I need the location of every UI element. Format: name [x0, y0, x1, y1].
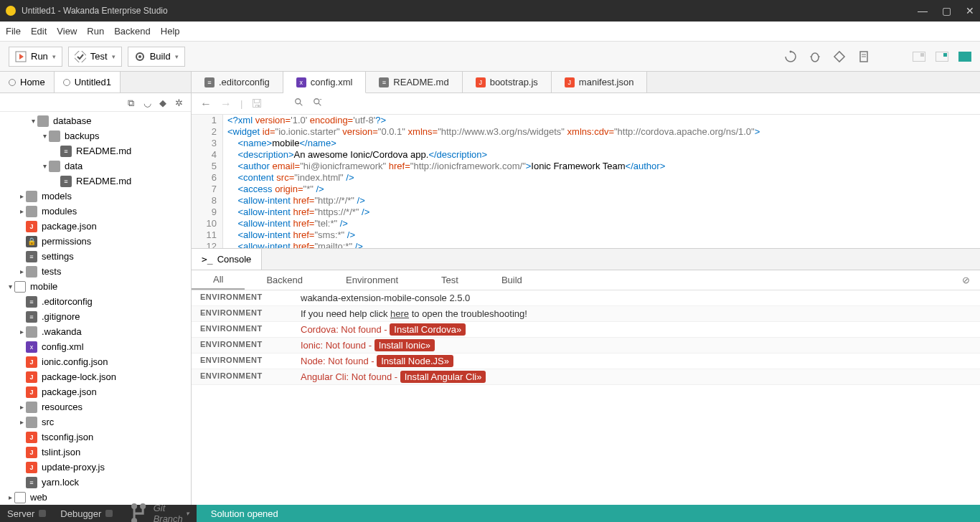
- console-row: ENVIRONMENTwakanda-extension-mobile-cons…: [192, 290, 980, 306]
- tree-item-update-proxy-js[interactable]: Jupdate-proxy.js: [0, 460, 191, 475]
- svg-point-5: [790, 50, 792, 52]
- maximize-button[interactable]: ▢: [942, 5, 951, 16]
- run-button[interactable]: Run ▾: [9, 47, 62, 67]
- close-button[interactable]: ✕: [966, 5, 974, 16]
- forward-icon[interactable]: →: [220, 98, 232, 110]
- tree-item-package-json[interactable]: Jpackage.json: [0, 219, 191, 234]
- svg-point-18: [131, 503, 137, 509]
- build-button[interactable]: Build ▾: [128, 47, 185, 67]
- file-tree[interactable]: ▾database▾backups≡README.md▾data≡README.…: [0, 112, 191, 505]
- tree-item-modules[interactable]: ▸modules: [0, 204, 191, 219]
- console-tab-label: Console: [217, 254, 252, 265]
- editor-tab-bootstrap-js[interactable]: Jbootstrap.js: [463, 72, 552, 92]
- circle-icon: [63, 79, 70, 86]
- menu-edit[interactable]: Edit: [31, 26, 47, 37]
- tree-item-README-md[interactable]: ≡README.md: [0, 143, 191, 158]
- search-replace-icon[interactable]: [313, 98, 323, 110]
- tree-item-README-md[interactable]: ≡README.md: [0, 174, 191, 189]
- install-button[interactable]: Install Angular Cli»: [400, 371, 486, 383]
- tree-item--gitignore[interactable]: ≡.gitignore: [0, 309, 191, 324]
- gear-icon: [134, 51, 146, 62]
- test-button[interactable]: Test ▾: [68, 47, 122, 67]
- run-label: Run: [31, 51, 48, 62]
- tag-icon[interactable]: ◆: [159, 98, 169, 108]
- filter-test[interactable]: Test: [420, 270, 480, 290]
- sidebar: Home Untitled1 ⧉ ◡ ◆ ✲ ▾database▾backups…: [0, 72, 192, 505]
- clear-console-icon[interactable]: ⊘: [952, 270, 980, 290]
- tree-item-permissions[interactable]: 🔒permissions: [0, 234, 191, 249]
- svg-point-20: [141, 503, 146, 509]
- tree-item-backups[interactable]: ▾backups: [0, 128, 191, 143]
- tree-item-data[interactable]: ▾data: [0, 158, 191, 174]
- filter-all[interactable]: All: [192, 270, 245, 290]
- statusbar: Server Debugger Git Branch▾ Solution ope…: [0, 505, 980, 522]
- install-button[interactable]: Install Cordova»: [390, 323, 466, 336]
- tree-item-tests[interactable]: ▸tests: [0, 264, 191, 279]
- editor-tab-manifest-json[interactable]: Jmanifest.json: [552, 72, 648, 92]
- code-editor[interactable]: 1<?xml version='1.0' encoding='utf-8'?>2…: [192, 115, 980, 248]
- editor-tab-README-md[interactable]: ≡README.md: [366, 72, 462, 92]
- console-row: ENVIRONMENTIf you need help click here t…: [192, 306, 980, 322]
- console-row: ENVIRONMENTNode: Not found - Install Nod…: [192, 353, 980, 369]
- reload-icon[interactable]: [783, 49, 798, 64]
- tree-item--editorconfig[interactable]: ≡.editorconfig: [0, 294, 191, 309]
- status-server[interactable]: Server: [0, 508, 53, 519]
- tree-item-src[interactable]: ▸src: [0, 414, 191, 430]
- tree-item-package-lock-json[interactable]: Jpackage-lock.json: [0, 369, 191, 384]
- titlebar: Untitled1 - Wakanda Enterprise Studio — …: [0, 0, 980, 22]
- filter-backend[interactable]: Backend: [245, 270, 324, 290]
- status-git[interactable]: Git Branch▾: [120, 502, 196, 522]
- tree-item-mobile[interactable]: ▾mobile: [0, 279, 191, 294]
- svg-rect-2: [75, 51, 86, 62]
- diamond-icon[interactable]: [832, 49, 847, 64]
- home-tab[interactable]: Home: [0, 72, 55, 92]
- svg-point-4: [138, 55, 141, 58]
- tree-item-database[interactable]: ▾database: [0, 113, 191, 128]
- clipboard-icon[interactable]: [857, 49, 871, 64]
- menu-view[interactable]: View: [57, 26, 77, 37]
- editor-tab-config-xml[interactable]: xconfig.xml: [283, 72, 367, 93]
- build-label: Build: [150, 51, 171, 62]
- status-solution: Solution opened: [197, 505, 980, 522]
- tree-item-tslint-json[interactable]: Jtslint.json: [0, 445, 191, 460]
- person-icon[interactable]: ◡: [143, 98, 154, 108]
- tree-item-models[interactable]: ▸models: [0, 189, 191, 204]
- tree-item--wakanda[interactable]: ▸.wakanda: [0, 324, 191, 339]
- editor-tab--editorconfig[interactable]: ≡.editorconfig: [192, 72, 283, 92]
- tree-item-package-json[interactable]: Jpackage.json: [0, 384, 191, 399]
- settings-icon[interactable]: ✲: [175, 98, 185, 108]
- svg-point-19: [131, 518, 137, 522]
- filter-environment[interactable]: Environment: [324, 270, 420, 290]
- filter-build[interactable]: Build: [480, 270, 544, 290]
- install-button[interactable]: Install Node.JS»: [377, 355, 453, 367]
- minimize-button[interactable]: —: [918, 5, 928, 16]
- menu-file[interactable]: File: [6, 26, 21, 37]
- menu-backend[interactable]: Backend: [114, 26, 151, 37]
- svg-point-15: [314, 98, 319, 103]
- tree-icon[interactable]: ⧉: [128, 98, 138, 108]
- tree-item-settings[interactable]: ≡settings: [0, 249, 191, 264]
- tree-item-ionic-config-json[interactable]: Jionic.config.json: [0, 354, 191, 369]
- indicator-2[interactable]: [936, 52, 948, 62]
- tree-item-config-xml[interactable]: xconfig.xml: [0, 339, 191, 354]
- menu-run[interactable]: Run: [87, 26, 104, 37]
- svg-marker-1: [19, 54, 24, 60]
- svg-point-13: [296, 98, 301, 103]
- indicator-3[interactable]: [958, 52, 971, 62]
- menubar: FileEditViewRunBackendHelp: [0, 22, 980, 42]
- tree-item-resources[interactable]: ▸resources: [0, 399, 191, 414]
- tree-item-yarn-lock[interactable]: ≡yarn.lock: [0, 475, 191, 490]
- back-icon[interactable]: ←: [200, 98, 212, 110]
- dropdown-icon: ▾: [52, 53, 56, 60]
- indicator-1[interactable]: [913, 52, 925, 62]
- console-output[interactable]: ENVIRONMENTwakanda-extension-mobile-cons…: [192, 290, 980, 505]
- install-button[interactable]: Install Ionic»: [374, 339, 435, 351]
- save-icon[interactable]: 🖫: [251, 98, 263, 110]
- project-tab[interactable]: Untitled1: [55, 72, 121, 92]
- tree-item-tsconfig-json[interactable]: Jtsconfig.json: [0, 430, 191, 445]
- status-debugger[interactable]: Debugger: [53, 508, 120, 519]
- menu-help[interactable]: Help: [161, 26, 180, 37]
- console-tab[interactable]: >_ Console: [192, 249, 262, 270]
- search-icon[interactable]: [294, 98, 304, 110]
- bug-icon[interactable]: [808, 49, 822, 64]
